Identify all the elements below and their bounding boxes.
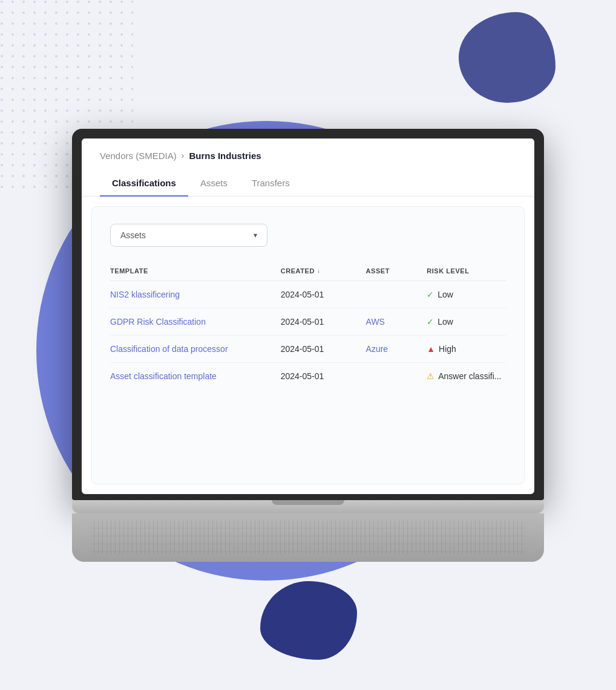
breadcrumb-vendor[interactable]: Vendors (SMEDIA) — [100, 151, 177, 161]
column-header-asset: ASSET — [366, 267, 427, 275]
cell-template-name[interactable]: Classification of data processor — [110, 344, 281, 354]
cell-risk-level: ✓ Low — [427, 317, 506, 327]
cell-created-date: 2024-05-01 — [281, 371, 366, 381]
chevron-down-icon: ▾ — [254, 231, 257, 239]
cell-created-date: 2024-05-01 — [281, 290, 366, 299]
cell-asset-aws[interactable]: AWS — [366, 317, 427, 327]
table-header: TEMPLATE CREATED ↓ ASSET RISK LEVEL — [110, 261, 506, 281]
table-row: GDPR Risk Classification 2024-05-01 AWS … — [110, 308, 506, 336]
cell-template-name[interactable]: GDPR Risk Classification — [110, 317, 281, 327]
column-header-created[interactable]: CREATED ↓ — [281, 267, 366, 275]
risk-level-text: High — [439, 344, 456, 354]
filter-dropdown-wrapper: Assets ▾ — [110, 224, 506, 247]
laptop-base — [72, 500, 544, 513]
tab-transfers[interactable]: Transfers — [240, 171, 302, 197]
screen-content: Vendors (SMEDIA) › Burns Industries Clas… — [82, 138, 534, 484]
cell-risk-level: ✓ Low — [427, 290, 506, 299]
cell-risk-level: ⚠ Answer classifi... — [427, 371, 506, 381]
tab-classifications[interactable]: Classifications — [100, 171, 188, 197]
cell-created-date: 2024-05-01 — [281, 317, 366, 327]
cell-created-date: 2024-05-01 — [281, 344, 366, 354]
column-header-template: TEMPLATE — [110, 267, 281, 275]
risk-high-icon: ▲ — [427, 344, 435, 354]
main-content-panel: Assets ▾ TEMPLATE CREATED ↓ ASSET — [91, 206, 525, 484]
cell-template-name[interactable]: NIS2 klassificering — [110, 290, 281, 299]
assets-dropdown[interactable]: Assets ▾ — [110, 224, 267, 247]
sort-icon: ↓ — [317, 267, 321, 274]
dropdown-value: Assets — [120, 230, 146, 240]
breadcrumb-current-page: Burns Industries — [189, 151, 261, 161]
laptop-container: Vendors (SMEDIA) › Burns Industries Clas… — [36, 36, 580, 654]
laptop-screen-outer: Vendors (SMEDIA) › Burns Industries Clas… — [72, 129, 544, 500]
cell-asset-azure[interactable]: Azure — [366, 344, 427, 354]
risk-warning-icon: ⚠ — [427, 371, 434, 381]
risk-low-icon: ✓ — [427, 317, 434, 327]
risk-level-text: Low — [437, 317, 453, 327]
column-header-risk-level: RISK LEVEL — [427, 267, 506, 275]
laptop-keyboard — [72, 513, 544, 562]
table-row: NIS2 klassificering 2024-05-01 ✓ Low — [110, 281, 506, 308]
risk-level-text: Answer classifi... — [438, 371, 501, 381]
tabs-bar: Classifications Assets Transfers — [82, 171, 534, 197]
breadcrumb-separator: › — [182, 151, 185, 160]
cell-risk-level: ▲ High — [427, 344, 506, 354]
laptop-screen: Vendors (SMEDIA) › Burns Industries Clas… — [82, 138, 534, 494]
tab-assets[interactable]: Assets — [188, 171, 240, 197]
keyboard-keys — [90, 521, 526, 554]
breadcrumb: Vendors (SMEDIA) › Burns Industries — [82, 138, 534, 161]
laptop: Vendors (SMEDIA) › Burns Industries Clas… — [72, 129, 544, 562]
table-row: Asset classification template 2024-05-01… — [110, 363, 506, 389]
table-row: Classification of data processor 2024-05… — [110, 336, 506, 363]
risk-level-text: Low — [437, 290, 453, 299]
risk-low-icon: ✓ — [427, 290, 434, 299]
cell-template-name[interactable]: Asset classification template — [110, 371, 281, 381]
